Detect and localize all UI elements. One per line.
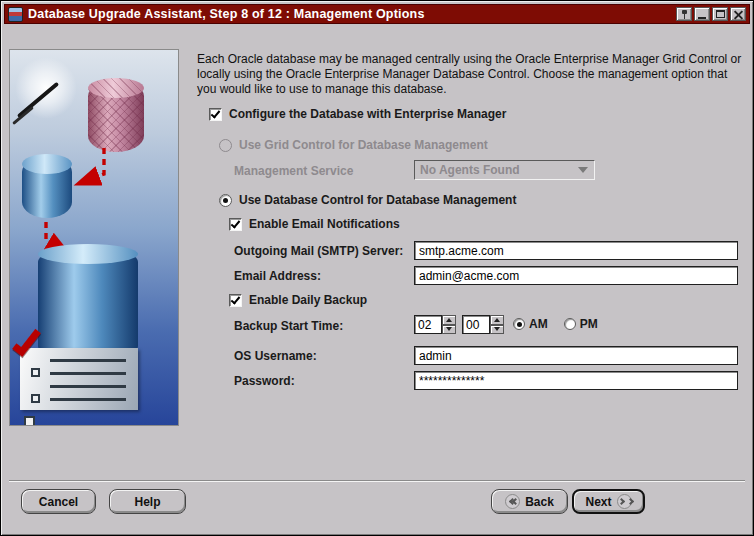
grid-control-radio <box>219 139 232 152</box>
pin-button[interactable] <box>676 7 692 21</box>
minute-down-button[interactable] <box>490 325 504 335</box>
dbua-window: Database Upgrade Assistant, Step 8 of 12… <box>0 0 754 536</box>
hour-up-button[interactable] <box>442 315 456 325</box>
bottom-separator <box>9 480 745 482</box>
minimize-icon <box>698 17 706 19</box>
configure-em-label: Configure the Database with Enterprise M… <box>229 107 506 121</box>
next-label: Next <box>585 495 611 509</box>
daily-backup-checkbox[interactable] <box>229 294 242 307</box>
arrow-up-icon <box>494 318 500 322</box>
pin-icon <box>681 10 688 19</box>
email-address-label: Email Address: <box>234 269 321 283</box>
backup-minute-input[interactable] <box>462 315 490 334</box>
target-database-icon <box>38 246 138 362</box>
back-chevron-icon <box>505 494 520 509</box>
help-label: Help <box>134 495 160 509</box>
arrow-down-icon <box>494 327 500 331</box>
backup-time-label: Backup Start Time: <box>234 319 343 333</box>
am-radio[interactable] <box>513 318 525 330</box>
arrow-down-icon <box>446 327 452 331</box>
close-icon <box>734 10 743 19</box>
minute-up-button[interactable] <box>490 315 504 325</box>
checklist-bullet-icon <box>24 416 35 426</box>
pm-radio[interactable] <box>564 318 576 330</box>
db-control-radio[interactable] <box>219 194 232 207</box>
os-username-label: OS Username: <box>234 349 317 363</box>
wizard-illustration <box>9 49 179 426</box>
intro-text: Each Oracle database may be managed cent… <box>197 52 749 97</box>
checklist-icon <box>20 348 138 410</box>
password-input[interactable] <box>414 371 738 390</box>
am-label: AM <box>529 317 548 331</box>
cancel-label: Cancel <box>39 495 78 509</box>
smtp-server-input[interactable] <box>414 241 738 260</box>
check-icon <box>231 294 241 304</box>
cancel-button[interactable]: Cancel <box>21 489 96 514</box>
daily-backup-label: Enable Daily Backup <box>249 293 367 307</box>
management-service-value: No Agents Found <box>420 163 520 177</box>
management-service-dropdown: No Agents Found <box>414 160 595 180</box>
configure-em-checkbox[interactable] <box>209 108 222 121</box>
titlebar: Database Upgrade Assistant, Step 8 of 12… <box>4 4 750 24</box>
pm-label: PM <box>580 317 598 331</box>
next-button[interactable]: Next <box>572 489 645 514</box>
arrow-up-icon <box>446 318 452 322</box>
management-service-label: Management Service <box>234 164 353 178</box>
window-title: Database Upgrade Assistant, Step 8 of 12… <box>28 7 425 21</box>
password-label: Password: <box>234 374 295 388</box>
chevron-down-icon <box>578 167 588 173</box>
email-notifications-label: Enable Email Notifications <box>249 217 400 231</box>
smtp-server-label: Outgoing Mail (SMTP) Server: <box>234 244 403 258</box>
maximize-icon <box>716 10 725 18</box>
grid-control-label: Use Grid Control for Database Management <box>239 138 488 152</box>
os-username-input[interactable] <box>414 346 738 365</box>
back-label: Back <box>525 495 554 509</box>
check-icon <box>231 218 241 228</box>
email-address-input[interactable] <box>414 266 738 285</box>
next-chevron-icon <box>617 494 632 509</box>
hour-down-button[interactable] <box>442 325 456 335</box>
minimize-button[interactable] <box>694 7 710 21</box>
close-button[interactable] <box>730 7 746 21</box>
help-button[interactable]: Help <box>109 489 186 514</box>
check-icon <box>211 108 221 118</box>
backup-hour-input[interactable] <box>414 315 442 334</box>
maximize-button[interactable] <box>712 7 728 21</box>
app-icon <box>8 7 23 22</box>
db-control-label: Use Database Control for Database Manage… <box>239 193 516 207</box>
backup-hour-spinner <box>414 315 456 334</box>
email-notifications-checkbox[interactable] <box>229 218 242 231</box>
back-button[interactable]: Back <box>491 489 568 514</box>
backup-minute-spinner <box>462 315 504 334</box>
